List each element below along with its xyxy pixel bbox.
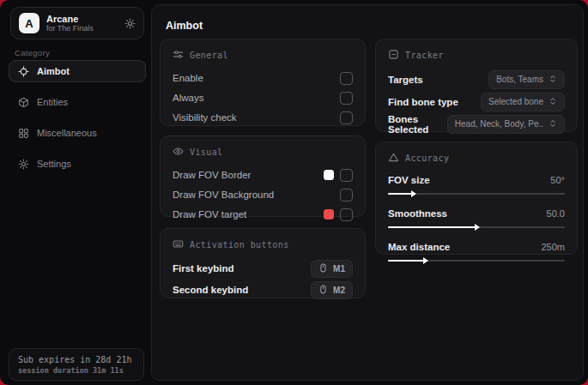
setting-row: Bones Selected Head, Neck, Body, Pe.. [388,113,565,135]
panel-accuracy: Accuracy FOV size 50° Smoothness 50.0 [375,141,578,255]
mouse-icon [318,285,328,296]
slider-thumb[interactable] [475,224,480,231]
chevrons-up-down-icon [549,97,557,107]
panel-tracker: Tracker Targets Bots, Teams Find bone ty… [375,39,578,132]
brand-card: A Arcane for The Finals [10,7,144,39]
sidebar-item-aimbot[interactable]: Aimbot [9,60,146,82]
sidebar-item-label: Entities [37,97,68,107]
first-keybind-button[interactable]: M1 [311,260,353,278]
select-value: Head, Neck, Body, Pe.. [455,119,543,129]
slider-value: 250m [541,242,565,252]
mouse-icon [318,263,328,274]
brand-subtitle: for The Finals [46,24,118,33]
grid-icon [18,128,29,139]
setting-label: Smoothness [388,208,447,219]
setting-row: Draw FOV Background [173,185,353,204]
crosshair-icon [18,66,29,77]
select-value: Selected bone [488,97,543,106]
setting-row: Draw FOV Border [173,165,353,184]
setting-row: Find bone type Selected bone [388,91,565,112]
sidebar-item-label: Miscellaneous [37,128,97,138]
chevrons-up-down-icon [549,75,557,85]
smoothness-slider[interactable] [388,224,565,231]
setting-label: First keybind [173,263,234,274]
slider-value: 50.0 [547,208,565,219]
setting-label: Draw FOV Border [173,170,251,180]
brand-title: Arcane [46,14,118,25]
setting-label: Second keybind [173,285,248,295]
setting-row: Targets Bots, Teams [388,69,565,90]
slider-group: FOV size 50° [388,171,565,197]
setting-label: Max distance [388,242,450,252]
bones-selected-select[interactable]: Head, Neck, Body, Pe.. [447,115,565,134]
setting-row: Draw FOV target [173,205,353,224]
tracker-box-icon [388,49,399,62]
gear-icon [18,159,29,170]
color-swatch[interactable] [324,170,334,180]
keyboard-icon [173,238,184,251]
setting-label: Enable [173,73,203,83]
enable-checkbox[interactable] [340,72,353,85]
sliders-icon [173,49,184,62]
setting-label: Draw FOV Background [173,189,274,200]
sidebar-item-settings[interactable]: Settings [9,153,146,175]
fov-size-slider[interactable] [388,190,565,197]
find-bone-type-select[interactable]: Selected bone [481,93,565,111]
sidebar-item-entities[interactable]: Entities [9,91,146,113]
chevrons-up-down-icon [549,119,557,129]
setting-label: Always [173,93,203,103]
page-title: Aimbot [166,20,203,32]
panel-general: General Enable Always Visibility check [160,39,366,126]
slider-value: 50° [550,175,565,185]
keybind-value: M2 [333,286,345,295]
targets-select[interactable]: Bots, Teams [488,70,565,89]
session-duration: session duration 31m 11s [18,366,135,375]
triangle-icon [388,152,399,165]
fov-border-checkbox[interactable] [340,169,353,182]
select-value: Bots, Teams [496,75,543,84]
category-label: Category [15,48,50,57]
sidebar-item-miscellaneous[interactable]: Miscellaneous [9,122,146,144]
cube-icon [18,97,29,108]
panel-header-label: Tracker [405,51,444,60]
setting-row: Always [173,88,353,107]
panel-header-label: Visual [190,147,223,157]
panel-visual: Visual Draw FOV Border Draw FOV Backgrou… [160,135,366,217]
setting-row: First keybind M1 [173,258,353,279]
fov-target-checkbox[interactable] [340,208,353,221]
slider-thumb[interactable] [411,190,416,197]
gear-icon[interactable] [124,18,136,29]
sidebar: A Arcane for The Finals Category [0,0,151,385]
eye-icon [173,146,184,159]
content-area: Aimbot General Enable Always Visibili [151,4,584,381]
panel-header-label: General [190,51,228,60]
setting-label: FOV size [388,175,430,185]
brand-logo: A [19,13,39,33]
sub-expiry: Sub expires in 28d 21h [18,355,135,364]
setting-row: Enable [173,69,353,87]
setting-label: Bones Selected [388,114,447,135]
keybind-value: M1 [333,264,345,274]
color-swatch[interactable] [324,209,334,220]
panel-header-label: Activation buttons [190,240,289,250]
slider-group: Max distance 250m [388,238,565,264]
sidebar-item-label: Settings [37,159,71,169]
setting-row: Second keybind M2 [173,280,353,300]
setting-label: Draw FOV target [173,209,246,220]
setting-row: Visibility check [173,108,353,127]
setting-label: Visibility check [173,112,237,123]
panel-activation: Activation buttons First keybind M1 Seco… [160,228,366,298]
panel-header-label: Accuracy [405,153,449,163]
visibility-check-checkbox[interactable] [340,111,353,124]
fov-background-checkbox[interactable] [340,189,353,202]
second-keybind-button[interactable]: M2 [311,281,353,299]
sidebar-item-label: Aimbot [37,66,70,76]
app-window: A Arcane for The Finals Category [0,0,588,385]
slider-group: Smoothness 50.0 [388,205,565,231]
setting-label: Find bone type [388,97,458,107]
slider-thumb[interactable] [423,257,428,264]
setting-label: Targets [388,75,423,85]
sidebar-nav: Aimbot Entities Miscellaneous [9,60,146,177]
always-checkbox[interactable] [340,92,353,105]
max-distance-slider[interactable] [388,257,565,264]
